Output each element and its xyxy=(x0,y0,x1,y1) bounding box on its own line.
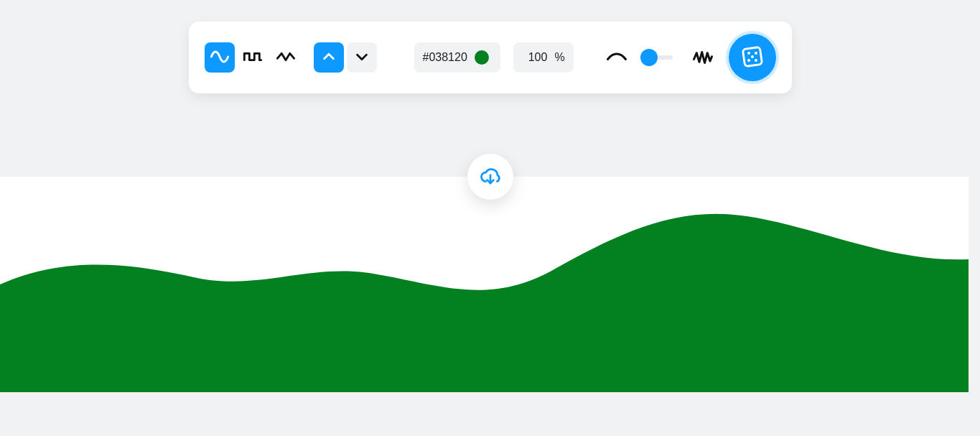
opacity-input[interactable] xyxy=(521,50,549,65)
wave-preview-canvas xyxy=(0,177,969,392)
peak-wave-icon xyxy=(276,47,296,69)
wave-direction-group xyxy=(314,42,377,73)
percent-label: % xyxy=(554,51,564,64)
high-complexity-icon xyxy=(690,45,716,70)
chevron-up-icon xyxy=(321,49,337,67)
cloud-download-icon xyxy=(480,165,501,189)
svg-point-1 xyxy=(747,52,750,55)
toolbar: #038120 % xyxy=(189,22,792,93)
slider-thumb[interactable] xyxy=(640,49,658,66)
chevron-down-icon xyxy=(354,49,370,67)
wave-svg xyxy=(0,177,969,392)
svg-point-4 xyxy=(747,58,750,61)
square-wave-icon xyxy=(243,47,263,69)
wave-type-square-button[interactable] xyxy=(238,42,268,73)
dice-icon xyxy=(740,45,765,71)
wave-type-peak-button[interactable] xyxy=(271,42,301,73)
low-complexity-icon xyxy=(604,45,630,70)
randomize-button[interactable] xyxy=(729,34,776,81)
wave-shape-group xyxy=(205,42,301,73)
color-swatch-icon xyxy=(475,50,489,65)
complexity-slider[interactable] xyxy=(643,42,677,73)
direction-up-button[interactable] xyxy=(314,42,344,73)
color-picker[interactable]: #038120 xyxy=(414,42,500,73)
svg-point-2 xyxy=(754,52,757,55)
svg-point-3 xyxy=(751,55,754,58)
opacity-field[interactable]: % xyxy=(513,42,574,73)
download-button[interactable] xyxy=(467,154,513,200)
svg-point-5 xyxy=(754,58,757,61)
wave-type-sine-button[interactable] xyxy=(205,42,235,73)
sine-wave-icon xyxy=(210,47,230,69)
wave-path xyxy=(0,214,969,392)
direction-down-button[interactable] xyxy=(347,42,377,73)
color-hex-value: #038120 xyxy=(423,51,467,64)
